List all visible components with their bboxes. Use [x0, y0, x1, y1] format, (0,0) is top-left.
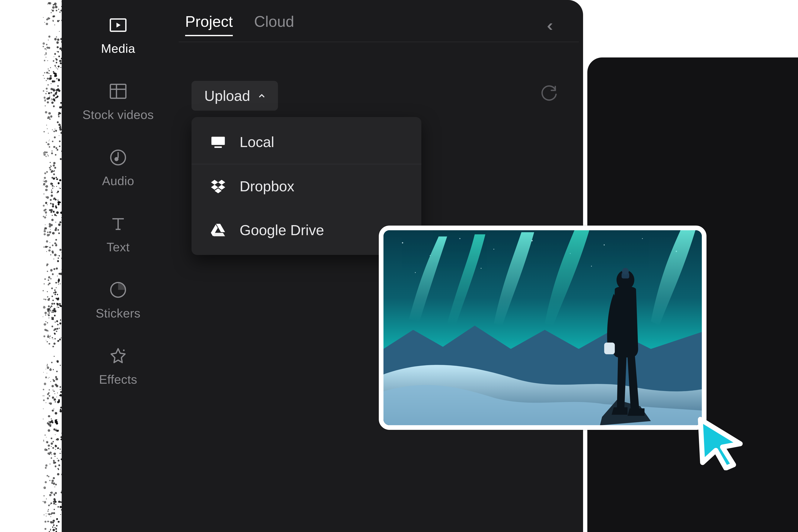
media-icon [108, 15, 128, 35]
effects-icon [108, 346, 128, 366]
sidebar-label: Effects [99, 372, 137, 386]
sidebar-label: Audio [102, 174, 134, 188]
stock-videos-icon [108, 81, 128, 101]
audio-icon [108, 147, 128, 168]
dropbox-icon [209, 177, 228, 196]
sidebar-item-stock-videos[interactable]: Stock videos [82, 81, 154, 122]
sidebar-item-text[interactable]: Text [107, 213, 130, 254]
svg-point-18 [642, 238, 643, 239]
svg-point-11 [402, 242, 403, 244]
sidebar-item-effects[interactable]: Effects [99, 346, 137, 386]
upload-menu-item-dropbox[interactable]: Dropbox [191, 164, 421, 208]
refresh-button[interactable] [537, 83, 561, 107]
menu-item-label: Local [240, 134, 274, 150]
sidebar-item-audio[interactable]: Audio [102, 147, 134, 188]
tab-cloud[interactable]: Cloud [254, 13, 294, 36]
upload-button-label: Upload [204, 88, 250, 104]
chevron-left-double-icon: ‹‹ [547, 16, 548, 34]
sidebar-item-media[interactable]: Media [101, 15, 135, 56]
tabs-divider [179, 42, 579, 42]
svg-rect-9 [214, 147, 222, 148]
stickers-icon [108, 280, 128, 300]
tab-project[interactable]: Project [185, 13, 233, 36]
svg-point-7 [123, 349, 125, 351]
svg-point-20 [415, 272, 416, 273]
upload-button[interactable]: Upload [191, 81, 278, 111]
svg-point-5 [114, 157, 118, 161]
sidebar-label: Text [107, 240, 130, 254]
aurora-illustration [383, 230, 702, 425]
refresh-icon [540, 85, 558, 104]
menu-item-label: Google Drive [240, 222, 324, 238]
chevron-up-icon [258, 92, 266, 100]
sidebar-label: Stickers [96, 306, 140, 320]
cursor-pointer-icon [694, 415, 749, 470]
svg-point-17 [604, 245, 605, 246]
svg-rect-26 [604, 343, 615, 354]
desktop-icon [209, 132, 228, 152]
menu-item-label: Dropbox [240, 178, 294, 194]
svg-rect-1 [111, 84, 126, 98]
svg-rect-8 [211, 137, 225, 145]
tool-rail: Media Stock videos Audio [81, 15, 155, 386]
svg-point-25 [622, 268, 629, 275]
sidebar-label: Stock videos [82, 108, 154, 122]
sidebar-item-stickers[interactable]: Stickers [96, 280, 140, 320]
sidebar-label: Media [101, 41, 135, 56]
text-icon [108, 213, 128, 234]
googledrive-icon [209, 221, 228, 240]
svg-point-22 [591, 266, 592, 267]
svg-point-14 [493, 249, 494, 250]
collapse-panel-button[interactable]: ‹‹ [547, 16, 548, 35]
svg-point-21 [481, 268, 481, 269]
upload-menu-item-local[interactable]: Local [191, 120, 421, 164]
media-tabs: Project Cloud [185, 13, 294, 36]
svg-point-13 [459, 238, 460, 239]
media-thumbnail-dragging[interactable] [379, 226, 706, 430]
